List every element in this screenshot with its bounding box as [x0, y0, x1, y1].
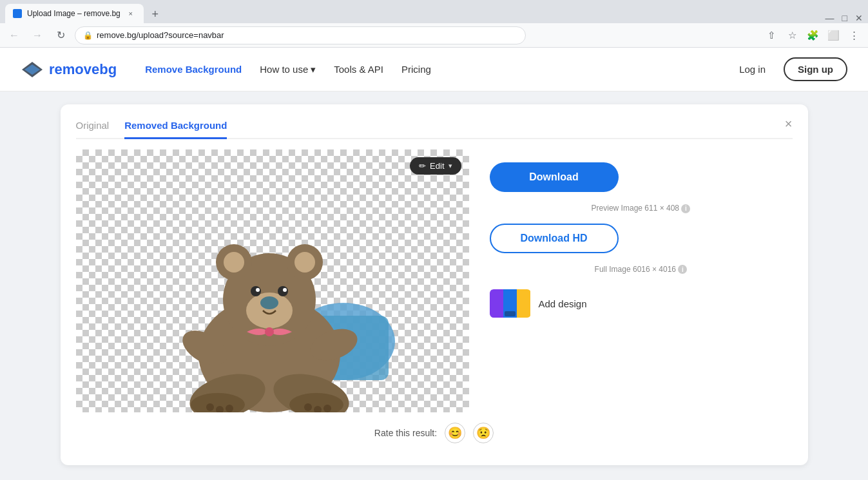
tab-title: Upload Image – remove.bg — [27, 9, 121, 18]
browser-tab[interactable]: Upload Image – remove.bg × — [5, 4, 144, 23]
lock-icon: 🔒 — [83, 31, 93, 40]
rating-row: Rate this result: 😊 😟 — [76, 423, 793, 443]
address-bar-row: ← → ↻ 🔒 remove.bg/upload?source=navbar ⇧… — [0, 23, 868, 48]
full-image-label: Full Image 6016 × 4016 i — [490, 265, 793, 274]
svg-point-11 — [226, 405, 233, 412]
edit-button-label: Edit — [430, 161, 444, 171]
site-navbar: removebg Remove Background How to use ▾ … — [0, 48, 868, 91]
image-tabs: Original Removed Background — [76, 120, 793, 139]
nav-actions: Log in Sign up — [729, 57, 847, 81]
add-design-thumbnail — [490, 289, 531, 318]
login-button[interactable]: Log in — [729, 59, 776, 80]
close-card-button[interactable]: × — [780, 115, 798, 133]
svg-point-14 — [323, 405, 331, 412]
close-window-button[interactable]: ✕ — [855, 13, 863, 23]
tab-favicon — [13, 9, 22, 18]
new-tab-button[interactable]: + — [146, 5, 164, 23]
tab-removed-background[interactable]: Removed Background — [124, 120, 227, 139]
tab-close-button[interactable]: × — [126, 8, 136, 19]
toolbar-icons: ⇧ ☆ 🧩 ⬜ ⋮ — [762, 26, 863, 44]
svg-point-24 — [251, 286, 261, 296]
signup-button[interactable]: Sign up — [784, 57, 847, 81]
refresh-button[interactable]: ↻ — [52, 26, 70, 44]
workspace-card: × Original Removed Background ✏ Edit ▾ — [61, 104, 808, 465]
edit-button[interactable]: ✏ Edit ▾ — [410, 157, 461, 175]
back-button[interactable]: ← — [5, 26, 23, 44]
minimize-button[interactable]: — — [825, 13, 834, 23]
full-info-icon[interactable]: i — [678, 265, 687, 274]
nav-links: Remove Background How to use ▾ Tools & A… — [137, 59, 708, 81]
page-content: removebg Remove Background How to use ▾ … — [0, 48, 868, 480]
nav-pricing[interactable]: Pricing — [394, 59, 439, 80]
address-input[interactable]: 🔒 remove.bg/upload?source=navbar — [75, 26, 526, 44]
profile-icon[interactable]: ⬜ — [824, 26, 842, 44]
add-design-button[interactable]: Add design — [490, 289, 793, 318]
tab-bar: Upload Image – remove.bg × + — □ ✕ — [0, 0, 868, 23]
logo[interactable]: removebg — [21, 61, 117, 79]
design-strip-blue — [503, 289, 517, 318]
window-controls: — □ ✕ — [825, 13, 868, 23]
logo-text: removebg — [49, 61, 117, 78]
forward-button[interactable]: → — [28, 26, 46, 44]
bookmark-icon[interactable]: ☆ — [783, 26, 801, 44]
svg-point-25 — [278, 286, 288, 296]
preview-image-label: Preview Image 611 × 408 i — [490, 204, 793, 213]
image-preview: ✏ Edit ▾ — [76, 149, 469, 412]
add-design-label: Add design — [539, 298, 587, 309]
design-strip-purple — [490, 289, 503, 318]
teddy-bear-image — [76, 149, 469, 412]
url-text: remove.bg/upload?source=navbar — [97, 30, 224, 40]
maximize-button[interactable]: □ — [842, 13, 847, 23]
download-hd-button[interactable]: Download HD — [490, 224, 619, 253]
design-strip-yellow — [517, 289, 530, 318]
teddy-bear-svg — [144, 206, 401, 412]
edit-dropdown-arrow: ▾ — [448, 162, 452, 170]
tab-original[interactable]: Original — [76, 120, 110, 138]
logo-icon — [21, 61, 44, 79]
preview-info-icon[interactable]: i — [681, 204, 690, 213]
extensions-icon[interactable]: 🧩 — [804, 26, 822, 44]
svg-point-19 — [224, 252, 244, 273]
browser-window: Upload Image – remove.bg × + — □ ✕ ← → ↻… — [0, 0, 868, 480]
happy-rating-button[interactable]: 😊 — [445, 423, 465, 443]
svg-point-21 — [294, 252, 315, 273]
workspace: × Original Removed Background ✏ Edit ▾ — [0, 91, 868, 478]
share-icon[interactable]: ⇧ — [762, 26, 780, 44]
right-panel: Download Preview Image 611 × 408 i Downl… — [490, 149, 793, 318]
nav-remove-background[interactable]: Remove Background — [137, 59, 249, 80]
nav-tools-api[interactable]: Tools & API — [326, 59, 391, 80]
svg-point-12 — [304, 403, 312, 411]
sad-rating-button[interactable]: 😟 — [473, 423, 494, 443]
rating-label: Rate this result: — [374, 428, 437, 438]
svg-point-26 — [256, 288, 260, 292]
svg-point-28 — [265, 327, 274, 336]
svg-point-23 — [260, 296, 278, 309]
svg-point-27 — [283, 288, 287, 292]
nav-how-to-use[interactable]: How to use ▾ — [252, 59, 323, 81]
content-area: ✏ Edit ▾ — [76, 149, 793, 412]
menu-icon[interactable]: ⋮ — [845, 26, 863, 44]
download-button[interactable]: Download — [490, 162, 619, 192]
svg-point-9 — [206, 403, 214, 411]
